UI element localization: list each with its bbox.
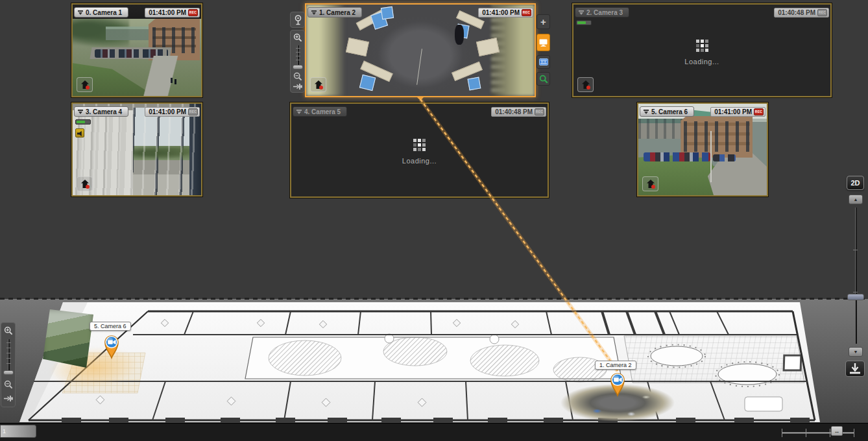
- camera-marker-label[interactable]: 5. Camera 6: [90, 322, 131, 331]
- timestamp: 01:41:00 PM REC: [478, 8, 533, 18]
- camera-tile-2[interactable]: 1. Camera 2 01:41:00 PM REC: [305, 3, 536, 97]
- chevron-down-icon: [78, 10, 83, 15]
- timestamp: 01:40:48 PM REC: [491, 107, 546, 117]
- record-dot-icon: [586, 86, 590, 89]
- camera-title: 4. Camera 5: [304, 108, 341, 115]
- slider-tick: [806, 429, 806, 437]
- chevron-down-icon: [644, 110, 649, 114]
- rec-badge: REC: [817, 9, 827, 16]
- timestamp: 01:41:00 PM REC: [145, 8, 200, 18]
- collapse-map-button[interactable]: [845, 361, 865, 377]
- camera-tile-5[interactable]: Loading... 4. Camera 5 01:40:48 PM REC: [290, 102, 549, 198]
- hotspot-button[interactable]: [577, 77, 594, 92]
- timestamp-text: 01:41:00 PM: [149, 9, 186, 16]
- map-scale-slider-handle[interactable]: ↔: [831, 426, 843, 436]
- slider-tick: [6, 358, 11, 359]
- slider-tick: [6, 348, 11, 348]
- camera-marker-pin[interactable]: [101, 331, 123, 362]
- split-scroll-up-button[interactable]: ▲: [849, 195, 863, 204]
- surveillance-workspace: { "view": { "mode_2d_label": "2D", "map_…: [0, 0, 868, 441]
- camera-pin-icon: [607, 368, 629, 397]
- live-view-button[interactable]: [536, 34, 550, 51]
- map-tab[interactable]: 1: [0, 425, 36, 438]
- speaker-icon: [77, 131, 83, 136]
- reset-zoom-icon: [4, 395, 13, 402]
- slider-tick: [6, 353, 11, 353]
- zoom-in-button[interactable]: [292, 32, 304, 43]
- audio-button[interactable]: [75, 128, 84, 137]
- camera-tile-header: 2. Camera 3 01:40:48 PM REC: [573, 5, 830, 19]
- map-pin-button[interactable]: [291, 13, 304, 27]
- camera-marker-pin[interactable]: [607, 368, 629, 399]
- video-art: [119, 56, 201, 96]
- loading-text: Loading...: [684, 58, 719, 66]
- rec-badge: REC: [188, 108, 198, 115]
- camera-title-menu[interactable]: 1. Camera 2: [307, 7, 362, 18]
- search-button[interactable]: [536, 72, 550, 86]
- camera-title-menu[interactable]: 5. Camera 6: [640, 106, 694, 117]
- slider-tick: [296, 60, 300, 60]
- reset-zoom-icon: [293, 83, 302, 90]
- timestamp: 01:41:00 PM REC: [710, 107, 766, 117]
- rec-badge: REC: [188, 9, 198, 16]
- timestamp-text: 01:40:48 PM: [495, 108, 533, 115]
- camera-title-menu[interactable]: 2. Camera 3: [575, 7, 629, 18]
- chevron-down-icon: [579, 10, 584, 15]
- camera-marker-label[interactable]: 1. Camera 2: [595, 361, 636, 370]
- map-reset-zoom-button[interactable]: [3, 393, 14, 403]
- split-scroll-down-button[interactable]: ▼: [849, 347, 863, 357]
- plus-icon: +: [540, 17, 546, 27]
- camera-title-menu[interactable]: 4. Camera 5: [293, 106, 347, 117]
- map-scale-slider-track[interactable]: [782, 432, 854, 434]
- rec-badge: REC: [535, 108, 544, 115]
- digital-zoom-panel: [290, 30, 305, 93]
- reset-zoom-button[interactable]: [292, 81, 304, 91]
- camera-tile-header: 5. Camera 6 01:41:00 PM REC: [638, 104, 767, 118]
- camera-title: 3. Camera 4: [86, 108, 122, 115]
- camera-title-menu[interactable]: 3. Camera 4: [74, 106, 128, 117]
- loading-indicator: Loading...: [291, 139, 548, 165]
- video-art: [171, 78, 173, 83]
- map-zoom-panel: [1, 322, 16, 407]
- hotspot-button[interactable]: [310, 77, 326, 92]
- chevron-down-icon: [78, 110, 83, 114]
- map-zoom-slider-handle[interactable]: [3, 370, 14, 375]
- hotspot-button[interactable]: [77, 176, 93, 191]
- zoom-in-icon: [293, 33, 302, 42]
- add-view-item-button[interactable]: +: [536, 14, 550, 29]
- slider-tick: [853, 250, 858, 250]
- pane-divider[interactable]: [0, 298, 868, 300]
- split-slider-handle[interactable]: [847, 294, 864, 300]
- camera-title-menu[interactable]: 0. Camera 1: [74, 7, 128, 18]
- camera-title: 0. Camera 1: [86, 9, 122, 16]
- playback-button[interactable]: [536, 55, 550, 69]
- stream-progress: [577, 21, 586, 24]
- loading-icon: [413, 139, 426, 151]
- hotspot-button[interactable]: [77, 77, 93, 92]
- timestamp-text: 01:41:00 PM: [482, 9, 520, 16]
- playback-filmstrip-icon: [539, 58, 548, 66]
- slider-tick: [854, 429, 854, 437]
- map-zoom-out-button[interactable]: [3, 379, 14, 390]
- camera-tile-1[interactable]: 0. Camera 1 01:41:00 PM REC: [71, 3, 202, 97]
- timestamp-text: 01:41:00 PM: [149, 108, 186, 115]
- slider-tick: [830, 429, 830, 437]
- camera-tile-3[interactable]: Loading... 2. Camera 3 01:40:48 PM REC: [572, 3, 832, 97]
- camera-tile-4[interactable]: 3. Camera 4 01:41:00 PM REC: [71, 102, 202, 197]
- camera-tile-6[interactable]: 5. Camera 6 01:41:00 PM REC: [637, 102, 768, 197]
- map-zoom-in-button[interactable]: [3, 325, 14, 337]
- loading-text: Loading...: [402, 157, 437, 165]
- video-art: [710, 131, 712, 182]
- monitor-icon: [539, 39, 548, 47]
- zoom-out-icon: [4, 380, 13, 389]
- horizontal-arrows-icon: ↔: [834, 428, 840, 435]
- camera-title: 1. Camera 2: [319, 9, 356, 16]
- map-link-notch: [416, 96, 425, 101]
- split-slider-track[interactable]: [855, 208, 857, 344]
- zoom-slider-handle[interactable]: [293, 65, 303, 69]
- map-zoom-slider-track[interactable]: [8, 339, 10, 373]
- hotspot-button[interactable]: [642, 176, 658, 191]
- slider-tick: [782, 429, 782, 437]
- map-2d-mode-button[interactable]: 2D: [847, 176, 864, 190]
- arrow-up-icon: ▲: [854, 197, 858, 202]
